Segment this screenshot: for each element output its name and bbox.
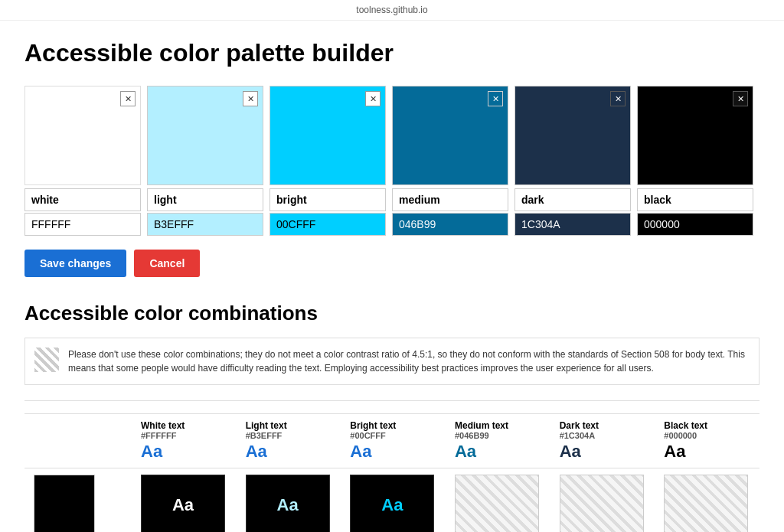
warning-box: Please don't use these color combination… [24, 338, 760, 385]
hex-input-black[interactable] [637, 213, 753, 236]
name-input-dark[interactable] [514, 188, 631, 211]
divider [24, 400, 760, 401]
color-card-black: ✕ [637, 86, 753, 236]
color-card-medium: ✕ [392, 86, 508, 236]
site-url: toolness.github.io [356, 5, 427, 15]
name-input-black[interactable] [637, 188, 753, 211]
combo-white-on-black: Aa [132, 468, 237, 533]
combo-cell-white-black: Aa [141, 475, 225, 532]
name-input-medium[interactable] [392, 188, 508, 211]
table-row: Black background #000000 Aa Aa Aa [24, 468, 760, 533]
combo-medium-on-black [446, 468, 550, 533]
warning-text: Please don't use these color combination… [68, 348, 750, 375]
combo-cell-hatched-1 [455, 475, 539, 532]
swatch-black: ✕ [637, 86, 753, 185]
th-medium-text: Medium text #046B99 Aa [446, 414, 550, 468]
combo-cell-bright-black: Aa [350, 475, 434, 532]
actions-row: Save changes Cancel [24, 250, 760, 277]
row-swatch-black [34, 475, 95, 532]
color-card-dark: ✕ [514, 86, 631, 236]
top-bar: toolness.github.io [0, 0, 784, 21]
cancel-button[interactable]: Cancel [134, 250, 200, 277]
th-black-text: Black text #000000 Aa [655, 414, 760, 468]
sample-dark: Aa [560, 442, 646, 462]
combinations-table: White text #FFFFFF Aa Light text #B3EFFF… [24, 413, 760, 532]
name-input-light[interactable] [147, 188, 263, 211]
remove-white-button[interactable]: ✕ [120, 91, 136, 106]
remove-light-button[interactable]: ✕ [243, 91, 258, 106]
row-header-black-bg: Black background #000000 [24, 468, 132, 533]
swatch-bright: ✕ [270, 86, 386, 185]
combinations-title: Accessible color combinations [24, 302, 760, 325]
swatch-medium: ✕ [392, 86, 508, 185]
th-empty [24, 414, 132, 468]
sample-medium: Aa [455, 442, 541, 462]
remove-black-button[interactable]: ✕ [733, 91, 748, 106]
remove-medium-button[interactable]: ✕ [488, 91, 503, 106]
combo-dark-on-black [550, 468, 655, 533]
combo-cell-light-black: Aa [246, 475, 330, 532]
save-changes-button[interactable]: Save changes [24, 250, 126, 277]
swatch-dark: ✕ [514, 86, 631, 185]
page-title: Accessible color palette builder [24, 39, 760, 67]
hex-input-bright[interactable] [270, 213, 386, 236]
warning-icon [34, 348, 59, 372]
color-card-bright: ✕ [270, 86, 386, 236]
palette-row: ✕ ✕ ✕ ✕ [24, 86, 760, 236]
combo-bright-on-black: Aa [341, 468, 446, 533]
combo-black-on-black [655, 468, 760, 533]
sample-bright: Aa [350, 442, 436, 462]
sample-white: Aa [141, 442, 227, 462]
name-input-bright[interactable] [270, 188, 386, 211]
sample-light: Aa [246, 442, 332, 462]
sample-black: Aa [664, 442, 750, 462]
table-header-row: White text #FFFFFF Aa Light text #B3EFFF… [24, 414, 760, 468]
th-dark-text: Dark text #1C304A Aa [550, 414, 655, 468]
name-input-white[interactable] [24, 188, 141, 211]
swatch-white: ✕ [24, 86, 141, 185]
color-card-white: ✕ [24, 86, 141, 236]
hex-input-white[interactable] [24, 213, 141, 236]
swatch-light: ✕ [147, 86, 263, 185]
th-bright-text: Bright text #00CFFF Aa [341, 414, 446, 468]
th-white-text: White text #FFFFFF Aa [132, 414, 237, 468]
hex-input-medium[interactable] [392, 213, 508, 236]
combo-light-on-black: Aa [237, 468, 341, 533]
hex-input-dark[interactable] [514, 213, 631, 236]
remove-bright-button[interactable]: ✕ [365, 91, 381, 106]
remove-dark-button[interactable]: ✕ [610, 91, 626, 106]
color-card-light: ✕ [147, 86, 263, 236]
combo-cell-hatched-2 [560, 475, 644, 532]
hex-input-light[interactable] [147, 213, 263, 236]
combo-cell-hatched-3 [664, 475, 748, 532]
th-light-text: Light text #B3EFFF Aa [237, 414, 341, 468]
